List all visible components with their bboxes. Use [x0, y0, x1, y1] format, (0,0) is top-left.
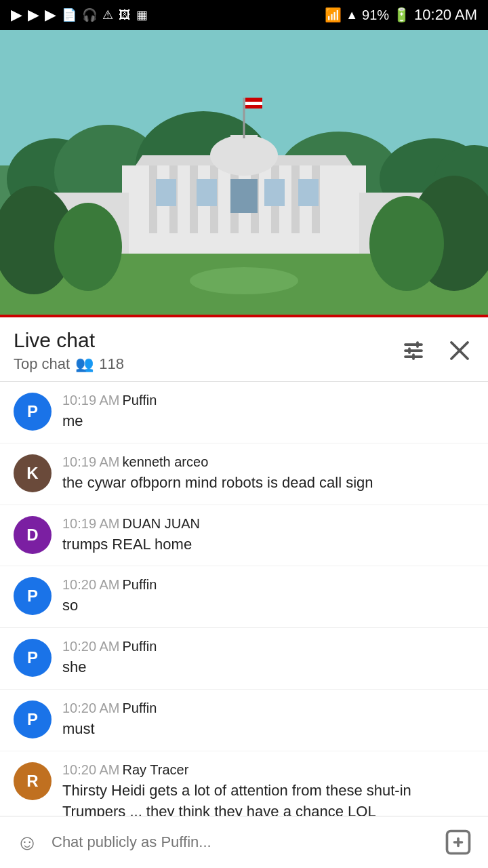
message-time: 10:19 AM — [62, 393, 120, 408]
viewer-count: 118 — [99, 355, 124, 373]
system-indicators: 📶 ▲ 91% 🔋 10:20 AM — [325, 6, 477, 24]
video-player[interactable] — [0, 30, 488, 315]
chat-header: Live chat Top chat 👥 118 — [0, 317, 488, 382]
close-button[interactable] — [445, 336, 474, 366]
headphone-icon: 🎧 — [82, 7, 97, 22]
message-time: 10:20 AM — [62, 577, 120, 592]
chat-header-info: Live chat Top chat 👥 118 — [14, 328, 124, 373]
signal-icon: ▲ — [346, 8, 358, 22]
chat-title: Live chat — [14, 328, 124, 353]
message-username: kenneth arceo — [123, 454, 209, 469]
send-icon — [443, 827, 473, 857]
input-bar: ☺ — [0, 816, 488, 868]
battery-percent: 91% — [362, 7, 389, 23]
file-icon: 📄 — [62, 7, 77, 22]
message-time: 10:20 AM — [62, 639, 120, 654]
message-meta: 10:20 AMPuffin — [62, 701, 474, 716]
video-frame — [0, 30, 488, 315]
avatar: K — [14, 454, 52, 492]
chat-subtitle: Top chat 👥 118 — [14, 355, 124, 373]
message-content: 10:20 AMRay TracerThirsty Heidi gets a l… — [62, 762, 474, 823]
notification-icons: ▶ ▶ ▶ 📄 🎧 ⚠ 🖼 ▦ — [11, 6, 148, 24]
message-text: she — [62, 657, 474, 678]
message-text: the cywar ofbporn mind robots is dead ca… — [62, 473, 474, 494]
message-username: Ray Tracer — [123, 762, 189, 777]
people-icon: 👥 — [75, 355, 94, 373]
message-meta: 10:20 AMPuffin — [62, 639, 474, 654]
message-time: 10:20 AM — [62, 762, 120, 777]
message-username: Puffin — [123, 577, 157, 592]
message-content: 10:20 AMPuffinso — [62, 577, 474, 616]
message-content: 10:20 AMPuffinmust — [62, 701, 474, 740]
image-icon: 🖼 — [119, 8, 131, 22]
svg-point-33 — [369, 196, 444, 291]
message-time: 10:20 AM — [62, 701, 120, 715]
youtube-icon2: ▶ — [45, 6, 56, 24]
svg-rect-24 — [264, 179, 285, 206]
message-time: 10:19 AM — [62, 454, 120, 469]
message-text: so — [62, 595, 474, 616]
grid-icon: ▦ — [136, 7, 148, 22]
message-meta: 10:19 AMkenneth arceo — [62, 454, 474, 470]
list-item: P10:20 AMPuffinso — [0, 566, 488, 628]
play-icon: ▶ — [11, 6, 22, 24]
avatar: P — [14, 701, 52, 738]
svg-rect-37 — [245, 102, 262, 105]
avatar: P — [14, 577, 52, 615]
list-item: K10:19 AMkenneth arceothe cywar ofbporn … — [0, 443, 488, 505]
message-meta: 10:20 AMRay Tracer — [62, 762, 474, 778]
emoji-icon: ☺ — [16, 830, 39, 855]
list-item: P10:19 AMPuffinme — [0, 382, 488, 443]
message-username: Puffin — [123, 393, 157, 408]
emoji-button[interactable]: ☺ — [11, 826, 43, 859]
top-chat-label: Top chat — [14, 355, 70, 373]
message-meta: 10:20 AMPuffin — [62, 577, 474, 593]
svg-point-32 — [54, 203, 122, 291]
svg-rect-36 — [245, 98, 262, 101]
avatar: D — [14, 516, 52, 554]
message-content: 10:19 AMDUAN JUANtrumps REAL home — [62, 516, 474, 555]
list-item: P10:20 AMPuffinmust — [0, 690, 488, 751]
message-username: Puffin — [123, 639, 157, 654]
message-content: 10:20 AMPuffinshe — [62, 639, 474, 678]
battery-icon: 🔋 — [393, 7, 410, 23]
messages-list: P10:19 AMPuffinmeK10:19 AMkenneth arceot… — [0, 382, 488, 833]
filter-button[interactable] — [399, 336, 428, 366]
svg-rect-21 — [156, 179, 176, 206]
avatar: P — [14, 639, 52, 677]
svg-rect-23 — [230, 179, 258, 213]
send-button[interactable] — [439, 826, 477, 859]
svg-rect-38 — [245, 105, 262, 108]
time-display: 10:20 AM — [414, 6, 477, 24]
message-username: DUAN JUAN — [123, 516, 200, 531]
message-text: must — [62, 719, 474, 740]
message-meta: 10:19 AMPuffin — [62, 393, 474, 408]
message-content: 10:19 AMPuffinme — [62, 393, 474, 432]
svg-rect-22 — [197, 179, 217, 206]
chat-header-actions — [399, 336, 474, 366]
message-text: me — [62, 411, 474, 432]
message-meta: 10:19 AMDUAN JUAN — [62, 516, 474, 532]
youtube-icon: ▶ — [28, 6, 39, 24]
avatar: R — [14, 762, 52, 800]
list-item: P10:20 AMPuffinshe — [0, 628, 488, 690]
message-time: 10:19 AM — [62, 516, 120, 531]
warning-icon: ⚠ — [102, 7, 113, 22]
list-item: D10:19 AMDUAN JUANtrumps REAL home — [0, 505, 488, 567]
message-content: 10:19 AMkenneth arceothe cywar ofbporn m… — [62, 454, 474, 494]
chat-input[interactable] — [52, 833, 431, 851]
avatar: P — [14, 393, 52, 431]
svg-point-29 — [190, 267, 298, 294]
wifi-icon: 📶 — [325, 7, 342, 23]
message-username: Puffin — [123, 701, 157, 715]
svg-rect-25 — [298, 179, 319, 206]
message-text: trumps REAL home — [62, 534, 474, 555]
status-bar: ▶ ▶ ▶ 📄 🎧 ⚠ 🖼 ▦ 📶 ▲ 91% 🔋 10:20 AM — [0, 0, 488, 30]
